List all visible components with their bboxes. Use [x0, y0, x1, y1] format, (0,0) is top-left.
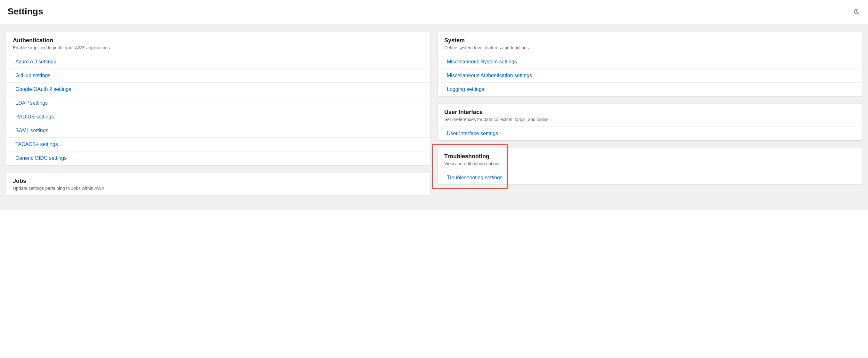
- settings-left-column: AuthenticationEnable simplified login fo…: [6, 32, 430, 196]
- settings-link[interactable]: Azure AD settings: [6, 55, 430, 69]
- settings-link[interactable]: Miscellaneous System settings: [438, 55, 862, 69]
- page-header: Settings: [0, 0, 868, 24]
- card-header: JobsUpdate settings pertaining to Jobs w…: [6, 172, 430, 196]
- settings-link[interactable]: User Interface settings: [438, 127, 862, 140]
- settings-link[interactable]: SAML settings: [6, 124, 430, 138]
- card-header: TroubleshootingView and edit debug optio…: [438, 148, 862, 171]
- history-icon[interactable]: [852, 8, 860, 15]
- card-description: Update settings pertaining to Jobs withi…: [13, 186, 424, 191]
- settings-link[interactable]: Google OAuth 2 settings: [6, 83, 430, 96]
- settings-right-column: SystemDefine system-level features and f…: [438, 32, 862, 185]
- card-title: Troubleshooting: [444, 153, 855, 160]
- settings-link[interactable]: Troubleshooting settings: [438, 171, 862, 185]
- card-title: Authentication: [13, 37, 424, 44]
- settings-card-system: SystemDefine system-level features and f…: [438, 32, 862, 96]
- card-title: System: [444, 37, 855, 44]
- settings-link[interactable]: TACACS+ settings: [6, 138, 430, 152]
- settings-link[interactable]: LDAP settings: [6, 96, 430, 110]
- settings-content: AuthenticationEnable simplified login fo…: [0, 24, 868, 210]
- card-title: User Interface: [444, 109, 855, 116]
- settings-link[interactable]: Generic OIDC settings: [6, 152, 430, 165]
- settings-link[interactable]: GitHub settings: [6, 69, 430, 83]
- card-header: AuthenticationEnable simplified login fo…: [6, 32, 430, 55]
- card-title: Jobs: [13, 178, 424, 185]
- card-description: Set preferences for data collection, log…: [444, 117, 855, 122]
- page-title: Settings: [8, 6, 43, 17]
- settings-card-authentication: AuthenticationEnable simplified login fo…: [6, 32, 430, 165]
- settings-link[interactable]: RADIUS settings: [6, 110, 430, 124]
- settings-link[interactable]: Logging settings: [438, 83, 862, 96]
- card-description: Define system-level features and functio…: [444, 45, 855, 50]
- settings-card-user-interface: User InterfaceSet preferences for data c…: [438, 104, 862, 140]
- settings-card-jobs: JobsUpdate settings pertaining to Jobs w…: [6, 172, 430, 196]
- card-header: SystemDefine system-level features and f…: [438, 32, 862, 55]
- card-description: View and edit debug options: [444, 161, 855, 166]
- card-header: User InterfaceSet preferences for data c…: [438, 104, 862, 127]
- settings-link[interactable]: Miscellaneous Authentication settings: [438, 69, 862, 83]
- settings-card-troubleshooting: TroubleshootingView and edit debug optio…: [438, 148, 862, 185]
- card-description: Enable simplified login for your AWX app…: [13, 45, 424, 50]
